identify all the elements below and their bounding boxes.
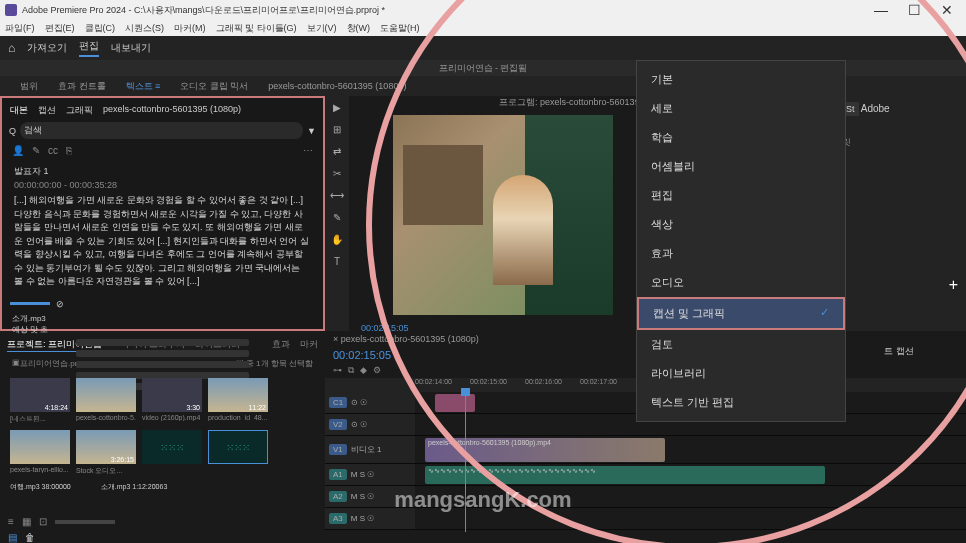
video-clip[interactable]: pexels-cottonbro-5601395 (1080p).mp4: [425, 438, 665, 462]
subnav-clip[interactable]: pexels-cottonbro-5601395 (1080p): [268, 81, 406, 91]
add-icon[interactable]: +: [949, 276, 958, 294]
slip-tool-icon[interactable]: ⟷: [330, 190, 344, 204]
track-select-tool-icon[interactable]: ⊞: [330, 124, 344, 138]
menu-marker[interactable]: 마커(M): [174, 22, 206, 35]
razor-tool-icon[interactable]: ✂: [330, 168, 344, 182]
track-a2[interactable]: A2: [329, 491, 347, 502]
home-icon[interactable]: ⌂: [8, 41, 15, 55]
freeform-icon[interactable]: ⊡: [39, 516, 47, 527]
nav-import[interactable]: 가져오기: [27, 41, 67, 55]
ws-assembly[interactable]: 어셈블리: [637, 152, 845, 181]
track-c1[interactable]: C1: [329, 397, 347, 408]
tool-cc-icon[interactable]: cc: [48, 145, 58, 156]
tl-marker-icon[interactable]: ◆: [360, 365, 367, 376]
tl-link-icon[interactable]: ⧉: [348, 365, 354, 376]
new-item-icon[interactable]: ▤: [8, 532, 17, 543]
pen-tool-icon[interactable]: ✎: [330, 212, 344, 226]
tool-user-icon[interactable]: 👤: [12, 145, 24, 156]
menu-clip[interactable]: 클립(C): [85, 22, 116, 35]
ws-libraries[interactable]: 라이브러리: [637, 359, 845, 388]
track-a3[interactable]: A3: [329, 513, 347, 524]
bin-item[interactable]: 11:22production_id_48...: [208, 378, 268, 424]
ripple-tool-icon[interactable]: ⇄: [330, 146, 344, 160]
ws-vertical[interactable]: 세로: [637, 94, 845, 123]
adobe-label: Adobe: [861, 103, 890, 114]
ws-audio[interactable]: 오디오: [637, 268, 845, 297]
tab-transcript[interactable]: 대본: [10, 104, 28, 117]
right-sidebar: St Adobe 릿 +: [836, 96, 966, 331]
ws-basic[interactable]: 기본: [637, 65, 845, 94]
menu-window[interactable]: 창(W): [347, 22, 371, 35]
ws-effects[interactable]: 효과: [637, 239, 845, 268]
window-controls: — ☐ ✕: [874, 2, 961, 18]
search-input[interactable]: 검색: [20, 122, 303, 139]
search-icon[interactable]: Q: [9, 126, 16, 136]
tab-graphics[interactable]: 그래픽: [66, 104, 93, 117]
maximize-icon[interactable]: ☐: [908, 2, 921, 18]
audio-progress: [10, 302, 50, 305]
speaker-label: 발표자 1: [14, 165, 311, 179]
caption-side-label: 트 캡션: [884, 345, 914, 358]
workspace-menu: 기본 세로 학습 어셈블리 편집 색상 효과 오디오 캡션 및 그래픽✓ 검토 …: [636, 60, 846, 422]
bin-item[interactable]: pexels-taryn-ellio...: [10, 430, 70, 476]
menu-sequence[interactable]: 시퀀스(S): [125, 22, 164, 35]
tl-settings-icon[interactable]: ⚙: [373, 365, 381, 376]
ws-learning[interactable]: 학습: [637, 123, 845, 152]
close-icon[interactable]: ✕: [941, 2, 953, 18]
track-v1[interactable]: V1: [329, 444, 347, 455]
bin-item[interactable]: ⁙⁙⁙: [142, 430, 202, 476]
title-bar: Adobe Premiere Pro 2024 - C:\사용자\mangs\다…: [0, 0, 966, 20]
audio-cancel-icon[interactable]: ⊘: [56, 299, 64, 309]
bin-item[interactable]: ⁙⁙⁙: [208, 430, 268, 476]
subnav-lumetri[interactable]: 범위: [20, 80, 38, 93]
icon-view-icon[interactable]: ▦: [22, 516, 31, 527]
filter-icon[interactable]: ▼: [307, 126, 316, 136]
check-icon: ✓: [820, 306, 829, 321]
audio-name: 소개.mp3: [12, 313, 48, 324]
track-v2[interactable]: V2: [329, 419, 347, 430]
subnav-effects[interactable]: 효과 컨트롤: [58, 80, 106, 93]
ws-editing[interactable]: 편집: [637, 181, 845, 210]
tool-edit-icon[interactable]: ✎: [32, 145, 40, 156]
playhead[interactable]: [465, 392, 466, 532]
subnav-text[interactable]: 텍스트 ≡: [126, 80, 161, 93]
ws-text-based[interactable]: 텍스트 기반 편집: [637, 388, 845, 417]
minimize-icon[interactable]: —: [874, 2, 888, 18]
text-clip-name: pexels-cottonbro-5601395 (1080p): [103, 104, 241, 117]
bin-item[interactable]: 4:18:24[네스트된...: [10, 378, 70, 424]
tl-snap-icon[interactable]: ⊶: [333, 365, 342, 376]
track-a1[interactable]: A1: [329, 469, 347, 480]
hand-tool-icon[interactable]: ✋: [330, 234, 344, 248]
zoom-slider[interactable]: [55, 520, 115, 524]
audio-clip[interactable]: ∿∿∿∿∿∿∿∿∿∿∿∿∿∿∿∿∿∿∿∿∿∿∿∿∿∿∿∿: [425, 466, 825, 484]
bin-item[interactable]: pexels-cottonbro-5...: [76, 378, 136, 424]
menu-edit[interactable]: 편집(E): [45, 22, 75, 35]
menu-file[interactable]: 파일(F): [5, 22, 35, 35]
menu-help[interactable]: 도움말(H): [380, 22, 420, 35]
caption-text[interactable]: [...] 해외여행을 가면 새로운 문화와 경험을 할 수 있어서 좋은 것 …: [14, 194, 311, 289]
tool-export-icon[interactable]: ⎘: [66, 145, 72, 156]
nav-edit[interactable]: 편집: [79, 39, 99, 57]
menu-graphics[interactable]: 그래픽 및 타이틀(G): [216, 22, 297, 35]
tab-captions[interactable]: 캡션: [38, 104, 56, 117]
bin-item[interactable]: 3:30video (2160p).mp4: [142, 378, 202, 424]
bin-item[interactable]: 3:26:15Stock 오디오...: [76, 430, 136, 476]
menu-view[interactable]: 보기(V): [307, 22, 337, 35]
trash-icon[interactable]: 🗑: [25, 532, 35, 543]
subnav-audio-mixer[interactable]: 오디오 클립 믹서: [180, 80, 248, 93]
type-tool-icon[interactable]: T: [330, 256, 344, 270]
program-video-frame[interactable]: [393, 115, 613, 315]
menu-bar: 파일(F) 편집(E) 클립(C) 시퀀스(S) 마커(M) 그래픽 및 타이틀…: [0, 20, 966, 36]
nav-export[interactable]: 내보내기: [111, 41, 151, 55]
tl-sequence-name[interactable]: pexels-cottonbro-5601395 (1080p): [341, 334, 479, 344]
caption-clip[interactable]: [435, 394, 475, 412]
ws-captions-graphics[interactable]: 캡션 및 그래픽✓: [637, 297, 845, 330]
tool-more-icon[interactable]: ⋯: [303, 145, 313, 156]
ws-review[interactable]: 검토: [637, 330, 845, 359]
selection-tool-icon[interactable]: ▶: [330, 102, 344, 116]
tools-column: ▶ ⊞ ⇄ ✂ ⟷ ✎ ✋ T: [325, 96, 349, 331]
list-view-icon[interactable]: ≡: [8, 516, 14, 527]
ws-color[interactable]: 색상: [637, 210, 845, 239]
caption-timecode: 00:00:00:00 - 00:00:35:28: [14, 179, 311, 193]
bottom-bar: ▤ 🗑: [0, 531, 966, 543]
